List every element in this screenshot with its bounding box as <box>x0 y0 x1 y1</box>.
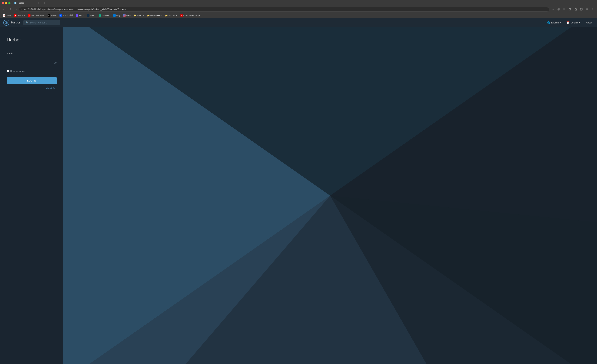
extension-btn-4[interactable] <box>573 7 578 12</box>
bookmark-notion[interactable]: N Notion <box>46 14 58 17</box>
dev-folder-icon: 📁 <box>147 14 150 17</box>
bookmark-bard-label: Bard <box>126 14 130 17</box>
graphic-panel <box>63 27 597 364</box>
browser-tab-harbor[interactable]: Harbor ✕ <box>12 0 42 6</box>
bookmark-phind[interactable]: P Phind <box>75 14 86 17</box>
bookmark-finance-label: Finance <box>137 14 144 17</box>
home-button[interactable]: ⌂ <box>14 8 18 11</box>
extension-btn-3[interactable] <box>568 7 572 12</box>
bookmark-phind-label: Phind <box>79 14 84 17</box>
extension-btn-1[interactable] <box>556 7 561 12</box>
navbar-logo-text: Harbor <box>11 21 20 24</box>
about-link[interactable]: About <box>584 20 594 25</box>
default-chevron-icon: ▾ <box>579 22 580 24</box>
bookmark-color[interactable]: A Color system – Sp... <box>179 14 203 17</box>
more-options-button[interactable]: ⋮ <box>590 7 595 12</box>
bookmark-dev[interactable]: 📁 Development <box>146 14 164 17</box>
default-label: Default <box>571 21 578 24</box>
youtube-favicon: ▶ <box>14 14 16 17</box>
navbar-search[interactable]: 🔍 Search Harbor... <box>24 20 60 25</box>
browser-chrome: Harbor ✕ + ⋮ ‹ › ↻ ⌂ ⚠ ☆ <box>0 0 597 18</box>
remember-me-checkbox[interactable] <box>7 70 9 72</box>
globe-icon: 🌐 <box>547 21 550 24</box>
svg-rect-9 <box>580 8 582 10</box>
back-button[interactable]: ‹ <box>2 8 5 11</box>
traffic-light-minimize[interactable] <box>5 2 7 4</box>
login-panel: Harbor Remember me LOG IN More info... <box>0 27 63 364</box>
language-label: English <box>551 21 559 24</box>
language-selector[interactable]: 🌐 English ▾ <box>546 20 562 25</box>
bookmarks-bar: G Gmail ▶ YouTube ♪ YouTube Music N Noti… <box>0 13 597 18</box>
bookmark-bing-label: Bing <box>116 14 120 17</box>
bookmark-youtube-label: YouTube <box>17 14 25 17</box>
calendar-icon: 📅 <box>567 21 570 24</box>
design-favicon: P <box>59 14 62 17</box>
default-selector[interactable]: 📅 Default ▾ <box>565 20 581 25</box>
nav-buttons: ‹ › ↻ ⌂ <box>2 8 17 11</box>
bookmark-chatgpt-label: ChatGPT <box>102 14 110 17</box>
bookmark-bard[interactable]: B Bard <box>122 14 132 17</box>
svg-rect-6 <box>564 9 564 10</box>
bookmark-bing[interactable]: B Bing <box>112 14 122 17</box>
tab-close-button[interactable]: ✕ <box>38 2 39 4</box>
navbar: Harbor 🔍 Search Harbor... 🌐 English ▾ 📅 … <box>0 18 597 27</box>
bookmark-ytmusic-label: YouTube Music <box>31 14 45 17</box>
search-placeholder-text: Search Harbor... <box>30 21 47 24</box>
bookmark-finance[interactable]: 📁 Finance <box>132 14 145 17</box>
bookmark-star-button[interactable]: ☆ <box>551 7 555 12</box>
edu-folder-icon: 📁 <box>165 14 168 17</box>
address-input[interactable] <box>24 8 547 10</box>
bookmark-gmail-label: Gmail <box>6 14 11 17</box>
traffic-lights <box>2 2 10 4</box>
toggle-password-button[interactable] <box>54 61 57 65</box>
bookmark-ytmusic[interactable]: ♪ YouTube Music <box>27 14 46 17</box>
profile-button[interactable] <box>585 7 589 12</box>
folder-icon: 📁 <box>134 14 136 17</box>
traffic-light-close[interactable] <box>2 2 4 4</box>
address-warning-icon: ⚠ <box>21 8 22 10</box>
username-input[interactable] <box>7 51 57 56</box>
toolbar-icons: ☆ ⋮ <box>551 7 595 12</box>
address-bar[interactable]: ⚠ <box>19 7 549 11</box>
bookmark-edu-label: Education <box>168 14 177 17</box>
window-controls: ⋮ <box>593 2 595 4</box>
bookmark-chatgpt[interactable]: C ChatGPT <box>98 14 112 17</box>
password-group <box>7 61 57 66</box>
remember-me-group: Remember me <box>7 70 57 72</box>
tab-bar: Harbor ✕ + <box>12 0 591 6</box>
language-chevron-icon: ▾ <box>560 22 561 24</box>
navbar-logo[interactable]: Harbor <box>3 20 20 26</box>
address-bar-row: ‹ › ↻ ⌂ ⚠ ☆ <box>0 6 597 13</box>
geometric-background <box>63 27 597 364</box>
extension-btn-2[interactable] <box>562 7 567 12</box>
bookmark-youtube[interactable]: ▶ YouTube <box>13 14 26 17</box>
bookmark-gmail[interactable]: G Gmail <box>2 14 13 17</box>
svg-point-13 <box>6 22 7 23</box>
bookmark-color-label: Color system – Sp... <box>183 14 201 17</box>
tab-title: Harbor <box>18 2 24 4</box>
bookmark-dev-label: Development <box>150 14 162 17</box>
svg-rect-5 <box>565 8 565 9</box>
remember-me-label: Remember me <box>10 70 25 72</box>
chatgpt-favicon: C <box>99 14 101 17</box>
new-tab-button[interactable]: + <box>42 1 46 5</box>
bookmark-design[interactable]: P 디자인 패턴 <box>58 14 74 17</box>
logo-icon <box>3 20 9 26</box>
forward-button[interactable]: › <box>6 8 8 11</box>
bard-favicon: B <box>123 14 126 17</box>
navbar-right: 🌐 English ▾ 📅 Default ▾ About <box>546 20 594 25</box>
bookmark-deepl[interactable]: D DeepL <box>86 14 97 17</box>
login-button[interactable]: LOG IN <box>7 77 57 84</box>
deepl-favicon: D <box>87 14 89 17</box>
search-icon: 🔍 <box>26 21 29 24</box>
svg-point-14 <box>54 62 56 64</box>
bookmark-notion-label: Notion <box>51 14 56 17</box>
reload-button[interactable]: ↻ <box>9 8 13 11</box>
window-menu-button[interactable]: ⋮ <box>593 2 595 4</box>
sidebar-toggle-button[interactable] <box>579 7 584 12</box>
password-input[interactable] <box>7 61 57 66</box>
traffic-light-maximize[interactable] <box>8 2 10 4</box>
bookmark-edu[interactable]: 📁 Education <box>164 14 179 17</box>
phind-favicon: P <box>76 14 78 17</box>
more-info-link[interactable]: More info... <box>46 87 57 90</box>
